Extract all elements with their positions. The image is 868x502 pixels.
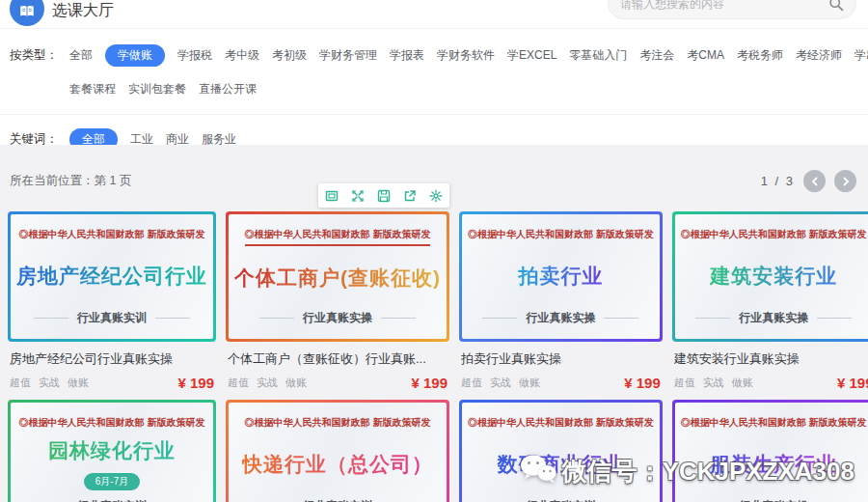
type-tab-bookkeeping[interactable]: 学做账 <box>105 44 165 67</box>
tag: 做账 <box>285 376 307 390</box>
course-tags: 超值 实战 做账 <box>461 376 540 390</box>
course-banner[interactable]: ◎根据中华人民共和国财政部 新版政策研发 数码商业行业 行业真账实训 <box>459 400 663 502</box>
type-tab-live-open-class[interactable]: 直播公开课 <box>199 78 257 100</box>
banner-subtitle: 行业真账实训 <box>34 310 190 326</box>
banner-title: 服装生产行业 <box>710 451 837 478</box>
type-tab-all[interactable]: 全部 <box>69 44 93 67</box>
course-grid-area: 所在当前位置：第 1 页 1 / 3 <box>0 145 868 502</box>
banner-policy-text: ◎根据中华人民共和国财政部 新版政策研发 <box>245 416 431 430</box>
course-banner[interactable]: ◎根据中华人民共和国财政部 新版政策研发 拍卖行业 行业真账实操 <box>459 211 663 342</box>
type-tab-tax-filing[interactable]: 学报税 <box>177 44 212 67</box>
settings-icon[interactable] <box>429 189 443 203</box>
banner-policy-text: ◎根据中华人民共和国财政部 新版政策研发 <box>468 228 654 241</box>
search-input[interactable] <box>620 0 828 11</box>
course-price: ¥ 199 <box>177 375 214 391</box>
tag: 实战 <box>490 376 511 390</box>
current-location-text: 所在当前位置：第 1 页 <box>10 173 131 189</box>
banner-title: 数码商业行业 <box>497 451 624 478</box>
course-card: ◎根据中华人民共和国财政部 新版政策研发 快递行业（总公司） 行业真账实训 <box>226 400 449 502</box>
type-tab-zero-basis[interactable]: 零基础入门 <box>569 44 627 67</box>
course-card: ◎根据中华人民共和国财政部 新版政策研发 建筑安装行业 行业真账实操 建筑安装行… <box>672 211 868 391</box>
save-icon[interactable] <box>377 189 391 203</box>
fullscreen-icon[interactable] <box>351 189 365 203</box>
banner-subtitle: 行业真账实训 <box>34 498 190 502</box>
window-icon[interactable] <box>325 189 339 203</box>
banner-title: 建筑安装行业 <box>710 263 837 290</box>
course-banner[interactable]: ◎根据中华人民共和国财政部 新版政策研发 快递行业（总公司） 行业真账实训 <box>226 400 449 502</box>
prev-page-button[interactable] <box>803 170 826 192</box>
banner-title: 园林绿化行业 <box>48 437 176 464</box>
course-card: ◎根据中华人民共和国财政部 新版政策研发 个体工商户(查账征收) 行业真账实操 … <box>226 211 449 391</box>
type-tab-excel[interactable]: 学EXCEL <box>507 44 556 67</box>
course-info: 拍卖行业真账实操 超值 实战 做账 ¥ 199 <box>459 342 663 391</box>
search-box[interactable] <box>608 0 856 19</box>
tag: 超值 <box>10 376 31 390</box>
tag: 做账 <box>68 376 89 390</box>
course-card-grid: ◎根据中华人民共和国财政部 新版政策研发 房地产经纪公司行业 行业真账实训 房地… <box>0 192 868 502</box>
chevron-left-icon <box>810 177 820 186</box>
type-tab-cma[interactable]: 考CMA <box>687 44 724 67</box>
filter-panel: 按类型： 全部 学做账 学报税 考中级 考初级 学财务管理 学报表 学财务软件 … <box>0 29 868 151</box>
tag: 实战 <box>39 376 60 390</box>
banner-subtitle: 行业真账实操 <box>259 310 416 326</box>
banner-policy-text: ◎根据中华人民共和国财政部 新版政策研发 <box>681 228 867 241</box>
course-tags: 超值 实战 做账 <box>674 376 753 390</box>
banner-policy-text: ◎根据中华人民共和国财政部 新版政策研发 <box>19 416 205 430</box>
type-tab-training-package[interactable]: 实训包套餐 <box>128 78 186 100</box>
type-tab-economist[interactable]: 考经济师 <box>796 44 842 67</box>
type-filter-row-1: 按类型： 全部 学做账 学报税 考中级 考初级 学财务管理 学报表 学财务软件 … <box>0 44 868 67</box>
tag: 实战 <box>703 376 724 390</box>
search-icon[interactable] <box>828 0 844 12</box>
type-filter-row-2: 套餐课程 实训包套餐 直播公开课 <box>0 78 868 100</box>
course-title-link[interactable]: 建筑安装行业真账实操 <box>674 350 868 368</box>
course-banner[interactable]: ◎根据中华人民共和国财政部 新版政策研发 园林绿化行业 6月-7月 行业真账实训 <box>8 400 216 502</box>
banner-subtitle: 行业真账实操 <box>482 310 638 326</box>
banner-policy-text: ◎根据中华人民共和国财政部 新版政策研发 <box>245 228 431 246</box>
page-header: 选课大厅 <box>0 0 868 29</box>
tag: 做账 <box>519 376 540 390</box>
banner-subtitle: 行业真账实操 <box>695 498 852 502</box>
type-tab-financial-mgmt[interactable]: 学财务管理 <box>319 44 377 67</box>
type-tab-tax-agent[interactable]: 考税务师 <box>737 44 783 67</box>
type-tab-cpa[interactable]: 考注会 <box>639 44 674 67</box>
course-price: ¥ 199 <box>411 375 448 391</box>
course-info: 房地产经纪公司行业真账实操 超值 实战 做账 ¥ 199 <box>8 342 216 391</box>
tag: 超值 <box>228 376 249 390</box>
course-info: 建筑安装行业真账实操 超值 实战 做账 ¥ 199 <box>672 342 868 391</box>
pagination: 1 / 3 <box>761 170 856 192</box>
tag: 超值 <box>461 376 482 390</box>
course-card: ◎根据中华人民共和国财政部 新版政策研发 数码商业行业 行业真账实训 <box>459 400 663 502</box>
tag: 做账 <box>732 376 753 390</box>
type-tab-reports[interactable]: 学报表 <box>390 44 424 67</box>
banner-title: 个体工商户(查账征收) <box>234 265 441 292</box>
course-title-link[interactable]: 拍卖行业真账实操 <box>461 350 661 368</box>
banner-subtitle: 行业真账实训 <box>259 498 416 502</box>
type-tab-beginner[interactable]: 考初级 <box>272 44 307 67</box>
tag: 超值 <box>674 376 695 390</box>
course-tags: 超值 实战 做账 <box>10 376 89 390</box>
type-tab-software[interactable]: 学财务软件 <box>437 44 495 67</box>
course-title-link[interactable]: 个体工商户（查账征收）行业真账... <box>228 350 448 368</box>
banner-subtitle: 行业真账实操 <box>695 310 852 326</box>
banner-policy-text: ◎根据中华人民共和国财政部 新版政策研发 <box>681 416 867 430</box>
type-tab-package-course[interactable]: 套餐课程 <box>69 78 116 100</box>
screenshot-toolbar <box>318 183 449 208</box>
page-title: 选课大厅 <box>52 1 114 21</box>
next-page-button[interactable] <box>834 170 856 192</box>
course-banner[interactable]: ◎根据中华人民共和国财政部 新版政策研发 服装生产行业 行业真账实操 <box>672 400 868 502</box>
chevron-right-icon <box>841 177 851 186</box>
banner-date-badge: 6月-7月 <box>84 473 140 490</box>
type-tab-intermediate[interactable]: 考中级 <box>225 44 259 67</box>
course-banner[interactable]: ◎根据中华人民共和国财政部 新版政策研发 个体工商户(查账征收) 行业真账实操 <box>226 211 449 342</box>
course-banner[interactable]: ◎根据中华人民共和国财政部 新版政策研发 建筑安装行业 行业真账实操 <box>672 211 868 342</box>
banner-subtitle: 行业真账实训 <box>482 498 638 502</box>
tag: 实战 <box>257 376 278 390</box>
course-banner[interactable]: ◎根据中华人民共和国财政部 新版政策研发 房地产经纪公司行业 行业真账实训 <box>8 211 216 342</box>
banner-policy-text: ◎根据中华人民共和国财政部 新版政策研发 <box>468 416 654 430</box>
course-card: ◎根据中华人民共和国财政部 新版政策研发 园林绿化行业 6月-7月 行业真账实训 <box>8 400 216 502</box>
course-title-link[interactable]: 房地产经纪公司行业真账实操 <box>10 350 214 368</box>
course-price: ¥ 199 <box>624 375 661 391</box>
type-tab-cashier[interactable]: 学出纳 <box>854 44 868 67</box>
share-icon[interactable] <box>403 189 417 203</box>
banner-policy-text: ◎根据中华人民共和国财政部 新版政策研发 <box>19 228 205 241</box>
